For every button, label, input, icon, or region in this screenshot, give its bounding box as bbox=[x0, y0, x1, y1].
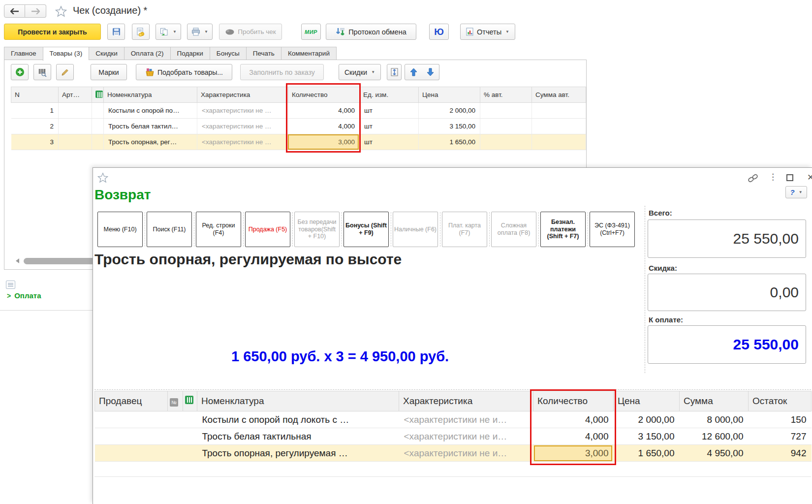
tab-podarki[interactable]: Подарки bbox=[170, 47, 210, 60]
save-button[interactable] bbox=[107, 24, 125, 40]
scroll-left-icon[interactable] bbox=[16, 258, 19, 263]
section-divider bbox=[0, 310, 93, 311]
favorite-star-icon[interactable] bbox=[97, 172, 108, 183]
print-button[interactable]: ▼ bbox=[187, 24, 213, 40]
table-row: 2 Трость белая тактил… <характеристики н… bbox=[11, 119, 586, 134]
chevron-right-icon: > bbox=[7, 292, 11, 300]
function-button-bar: Меню (F10) Поиск (F11) Ред. строки (F4) … bbox=[97, 212, 635, 247]
due-label: К оплате: bbox=[649, 315, 683, 324]
electronic-certificate-button[interactable]: ЭС (ФЗ-491) (Ctrl+F7) bbox=[590, 212, 635, 247]
payment-section-toggle[interactable]: >Оплата bbox=[7, 291, 41, 300]
edit-row-button[interactable] bbox=[56, 64, 74, 80]
col-quantity: Количество bbox=[533, 391, 614, 411]
copy-caret-icon: ▼ bbox=[173, 30, 177, 34]
col-barcode bbox=[183, 391, 197, 411]
forward-button[interactable] bbox=[25, 4, 46, 18]
row-height-icon bbox=[391, 68, 398, 76]
col-price: Цена bbox=[614, 391, 680, 411]
return-header-row: Продавец № Номенклатура Характеристика К… bbox=[95, 391, 812, 411]
fill-by-order-button: Заполнить по заказу bbox=[240, 64, 324, 80]
payment-card-button: Плат. карта (F7) bbox=[442, 212, 487, 247]
number-column-icon: № bbox=[170, 398, 178, 407]
col-characteristic: Характеристика bbox=[399, 391, 533, 411]
due-value: 25 550,00 bbox=[733, 336, 799, 353]
arrow-up-icon bbox=[410, 68, 417, 76]
barcode-column-icon bbox=[95, 91, 103, 98]
col-nomenclature: Номенклатура bbox=[104, 87, 197, 103]
return-window-heading: Возврат bbox=[94, 187, 151, 203]
discounts-button[interactable]: Скидки ▼ bbox=[339, 64, 381, 80]
fiscal-print-button: Пробить чек bbox=[219, 24, 282, 40]
post-and-close-button[interactable]: Провести и закрыть bbox=[4, 24, 101, 40]
help-button[interactable]: ? ▼ bbox=[785, 186, 807, 198]
favorite-star-icon[interactable] bbox=[55, 5, 67, 17]
move-down-button[interactable] bbox=[422, 64, 439, 80]
col-n: N bbox=[11, 87, 59, 103]
copy-button[interactable]: ▼ bbox=[156, 24, 181, 40]
mir-button[interactable]: МИР bbox=[301, 24, 321, 40]
bonuses-button[interactable]: Бонусы (Shift + F9) bbox=[344, 212, 389, 247]
barcode-column-icon bbox=[185, 396, 193, 404]
col-price: Цена bbox=[419, 87, 480, 103]
col-nomenclature: Номенклатура bbox=[197, 391, 399, 411]
barcode-scan-icon bbox=[38, 68, 47, 77]
back-button[interactable] bbox=[4, 4, 25, 18]
printer-icon bbox=[191, 28, 200, 36]
menu-button[interactable]: Меню (F10) bbox=[97, 212, 143, 247]
cashless-payments-button[interactable]: Безнал. платежи (Shift + F7) bbox=[540, 212, 586, 247]
add-row-button[interactable] bbox=[11, 64, 29, 80]
yumoney-logo: Ю bbox=[434, 27, 444, 37]
more-menu-icon[interactable]: ⋮ bbox=[769, 172, 777, 182]
table-row: Трость белая тактильная <характеристики … bbox=[95, 428, 812, 445]
move-up-button[interactable] bbox=[405, 64, 422, 80]
edit-line-button[interactable]: Ред. строки (F4) bbox=[196, 212, 241, 247]
due-value-field: 25 550,00 bbox=[648, 325, 806, 364]
col-stock: Остаток bbox=[749, 391, 812, 411]
tab-glavnoe[interactable]: Главное bbox=[4, 47, 43, 60]
yumoney-button[interactable]: Ю bbox=[429, 24, 449, 40]
tab-kommentariy[interactable]: Комментарий bbox=[281, 47, 337, 60]
pencil-icon bbox=[61, 68, 69, 77]
tab-skidki[interactable]: Скидки bbox=[89, 47, 124, 60]
fiscal-print-label: Пробить чек bbox=[238, 28, 276, 35]
pick-goods-button[interactable]: Подобрать товары... bbox=[136, 64, 232, 80]
back-icon bbox=[10, 8, 19, 14]
discount-value-field: 0,00 bbox=[648, 274, 806, 311]
post-document-icon bbox=[136, 28, 145, 36]
reports-label: Отчеты bbox=[477, 28, 501, 36]
window-title: Чек (создание) * bbox=[73, 5, 147, 16]
reports-chart-icon bbox=[466, 28, 474, 36]
marks-button[interactable]: Марки bbox=[91, 64, 127, 80]
table-top-separator bbox=[94, 389, 811, 390]
goods-header-row: N Арт… Номенклатура Характеристика Колич… bbox=[11, 87, 586, 103]
tab-oplata[interactable]: Оплата (2) bbox=[124, 47, 170, 60]
discounts-label: Скидки bbox=[344, 68, 367, 76]
close-icon[interactable]: ✕ bbox=[807, 172, 812, 182]
col-pct-auto: % авт. bbox=[480, 87, 532, 103]
row-height-button[interactable] bbox=[387, 64, 402, 80]
table-row-selected: 3 Трость опорная, рег… <характеристики н… bbox=[11, 134, 586, 150]
exchange-protocol-button[interactable]: Протокол обмена bbox=[326, 24, 416, 40]
discounts-caret-icon: ▼ bbox=[371, 70, 375, 74]
post-document-button[interactable] bbox=[132, 24, 150, 40]
discount-value: 0,00 bbox=[770, 284, 799, 301]
tab-bonusy[interactable]: Бонусы bbox=[210, 47, 246, 60]
tab-pechat[interactable]: Печать bbox=[246, 47, 281, 60]
payment-section-label: Оплата bbox=[14, 291, 41, 300]
tab-tovary[interactable]: Товары (3) bbox=[43, 47, 89, 61]
maximize-icon[interactable] bbox=[786, 174, 793, 181]
scan-barcode-button[interactable] bbox=[33, 64, 51, 80]
col-number: № bbox=[168, 391, 183, 411]
col-sum-auto: Сумма авт. bbox=[532, 87, 586, 103]
sections-icon[interactable] bbox=[6, 281, 15, 289]
fiscal-printer-icon bbox=[225, 29, 235, 35]
reports-caret-icon: ▼ bbox=[505, 30, 509, 34]
search-button[interactable]: Поиск (F11) bbox=[147, 212, 192, 247]
link-icon[interactable] bbox=[747, 173, 759, 183]
pick-goods-label: Подобрать товары... bbox=[157, 68, 223, 76]
col-seller: Продавец bbox=[95, 391, 168, 411]
sale-mode-button[interactable]: Продажа (F5) bbox=[245, 212, 290, 247]
reports-button[interactable]: Отчеты ▼ bbox=[460, 24, 515, 40]
screen: Чек (создание) * Провести и закрыть ▼ ▼ … bbox=[0, 0, 812, 504]
return-goods-table: Продавец № Номенклатура Характеристика К… bbox=[94, 391, 812, 462]
